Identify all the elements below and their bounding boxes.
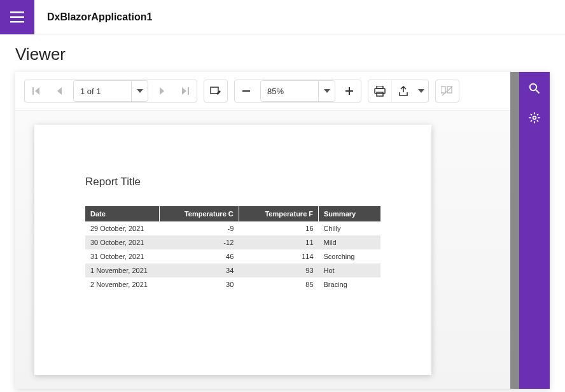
svg-marker-18 — [418, 89, 424, 93]
cell-summary: Scorching — [319, 249, 380, 263]
svg-line-31 — [531, 120, 532, 122]
svg-marker-4 — [35, 87, 39, 95]
page-dropdown-button[interactable] — [131, 81, 148, 101]
plus-icon — [345, 87, 354, 95]
table-row: 1 November, 20213493Hot — [85, 263, 380, 277]
table-row: 30 October, 2021-1211Mild — [85, 235, 380, 249]
page-number-input[interactable] — [74, 81, 131, 101]
first-page-button[interactable] — [25, 80, 48, 102]
zoom-input[interactable] — [261, 81, 318, 101]
cell-date: 31 October, 2021 — [85, 249, 159, 263]
last-page-button[interactable] — [174, 80, 197, 102]
svg-rect-1 — [10, 16, 24, 18]
svg-rect-3 — [32, 87, 34, 95]
highlight-fields-button[interactable] — [204, 80, 227, 102]
report-table: Date Temperature C Temperature F Summary… — [85, 206, 380, 291]
next-page-button[interactable] — [151, 80, 174, 102]
cell-summary: Mild — [319, 235, 380, 249]
col-header-tempf: Temperature F — [239, 206, 318, 221]
document-viewer: Report Title Date Temperature C Temperat… — [15, 72, 550, 389]
svg-marker-5 — [57, 87, 62, 95]
svg-line-32 — [537, 114, 538, 115]
multipage-icon — [441, 85, 454, 97]
export-icon — [398, 86, 408, 97]
prev-page-button[interactable] — [48, 80, 71, 102]
cell-summary: Bracing — [319, 277, 380, 291]
first-page-icon — [32, 87, 41, 95]
cell-tempC: 46 — [159, 249, 239, 263]
svg-line-23 — [536, 90, 540, 94]
chevron-down-icon — [137, 89, 143, 93]
svg-rect-19 — [441, 87, 445, 93]
report-title: Report Title — [85, 176, 380, 188]
print-button[interactable] — [368, 80, 391, 102]
cell-tempF: 114 — [239, 249, 318, 263]
viewer-toolbar — [15, 72, 510, 111]
hamburger-icon — [10, 11, 24, 23]
svg-line-30 — [537, 120, 538, 122]
zoom-input-wrapper — [260, 80, 335, 102]
zoom-group — [234, 80, 361, 102]
svg-rect-11 — [242, 90, 250, 92]
page-surface[interactable]: Report Title Date Temperature C Temperat… — [15, 111, 510, 389]
cell-tempC: -12 — [159, 235, 239, 249]
hamburger-menu-button[interactable] — [0, 0, 34, 34]
svg-marker-6 — [137, 89, 143, 93]
last-page-icon — [181, 87, 190, 95]
page-input-wrapper — [73, 80, 148, 102]
svg-rect-2 — [10, 21, 24, 23]
cell-date: 1 November, 2021 — [85, 263, 159, 277]
chevron-down-icon — [324, 89, 330, 93]
edit-group — [204, 80, 228, 102]
cell-tempF: 16 — [239, 221, 318, 235]
cell-tempF: 85 — [239, 277, 318, 291]
svg-point-22 — [530, 84, 536, 90]
svg-rect-10 — [211, 87, 218, 94]
output-group — [368, 80, 429, 102]
col-header-summary: Summary — [319, 206, 380, 221]
svg-rect-9 — [188, 87, 189, 95]
table-header-row: Date Temperature C Temperature F Summary — [85, 206, 380, 221]
cell-date: 29 October, 2021 — [85, 221, 159, 235]
search-panel-button[interactable] — [527, 81, 542, 96]
print-icon — [374, 86, 386, 97]
svg-marker-8 — [182, 87, 186, 95]
chevron-left-icon — [56, 87, 62, 95]
cell-tempC: 30 — [159, 277, 239, 291]
col-header-tempc: Temperature C — [159, 206, 239, 221]
settings-panel-button[interactable] — [527, 110, 542, 125]
page-title: Viewer — [15, 45, 550, 64]
content-area: Viewer — [0, 34, 565, 389]
cell-summary: Hot — [319, 263, 380, 277]
svg-rect-14 — [349, 87, 350, 95]
svg-point-24 — [533, 116, 536, 120]
vertical-scrollbar[interactable] — [510, 72, 519, 389]
svg-line-29 — [531, 114, 532, 115]
top-bar: DxBlazorApplication1 — [0, 0, 565, 34]
highlight-fields-icon — [210, 86, 221, 96]
table-row: 29 October, 2021-916Chilly — [85, 221, 380, 235]
toggle-multipage-button[interactable] — [436, 80, 459, 102]
viewer-main: Report Title Date Temperature C Temperat… — [15, 72, 510, 389]
svg-marker-12 — [324, 89, 330, 93]
page-navigation-group — [24, 80, 197, 102]
cell-tempC: 34 — [159, 263, 239, 277]
zoom-out-button[interactable] — [235, 80, 258, 102]
app-title: DxBlazorApplication1 — [47, 11, 152, 23]
zoom-in-button[interactable] — [338, 80, 361, 102]
cell-tempC: -9 — [159, 221, 239, 235]
chevron-right-icon — [159, 87, 165, 95]
cell-summary: Chilly — [319, 221, 380, 235]
multipage-group — [435, 80, 459, 102]
svg-rect-0 — [10, 11, 24, 13]
zoom-dropdown-button[interactable] — [318, 81, 335, 101]
side-panel — [519, 72, 550, 389]
table-row: 2 November, 20213085Bracing — [85, 277, 380, 291]
cell-tempF: 11 — [239, 235, 318, 249]
gear-icon — [529, 112, 540, 123]
table-row: 31 October, 202146114Scorching — [85, 249, 380, 263]
export-dropdown-button[interactable] — [414, 80, 428, 102]
chevron-down-icon — [418, 89, 424, 93]
export-button[interactable] — [391, 80, 414, 102]
minus-icon — [242, 87, 251, 95]
